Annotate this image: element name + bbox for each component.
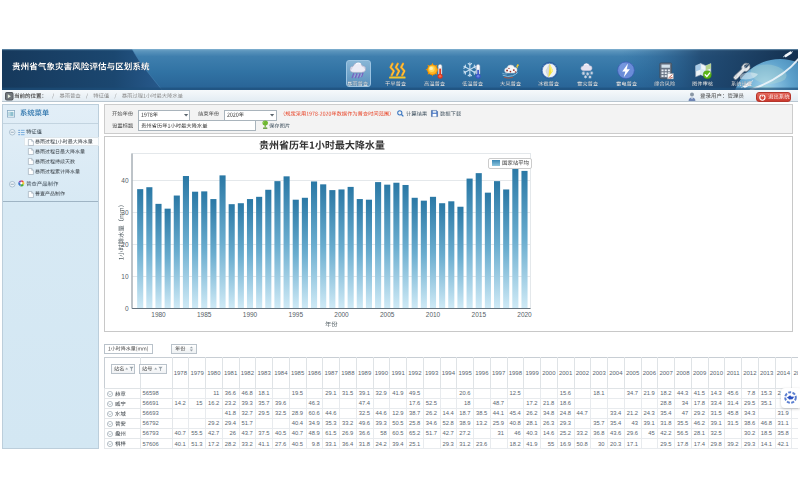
svg-text:2005: 2005 (380, 311, 395, 318)
svg-text:0: 0 (125, 305, 129, 312)
svg-text:2020: 2020 (517, 311, 532, 318)
svg-text:2000: 2000 (334, 311, 349, 318)
svg-text:10: 10 (121, 273, 129, 280)
svg-text:40: 40 (121, 177, 129, 184)
svg-text:2015: 2015 (472, 311, 487, 318)
svg-text:1990: 1990 (243, 311, 258, 318)
svg-text:1995: 1995 (289, 311, 304, 318)
svg-text:1980: 1980 (151, 311, 166, 318)
svg-text:1985: 1985 (197, 311, 212, 318)
svg-text:2010: 2010 (426, 311, 441, 318)
